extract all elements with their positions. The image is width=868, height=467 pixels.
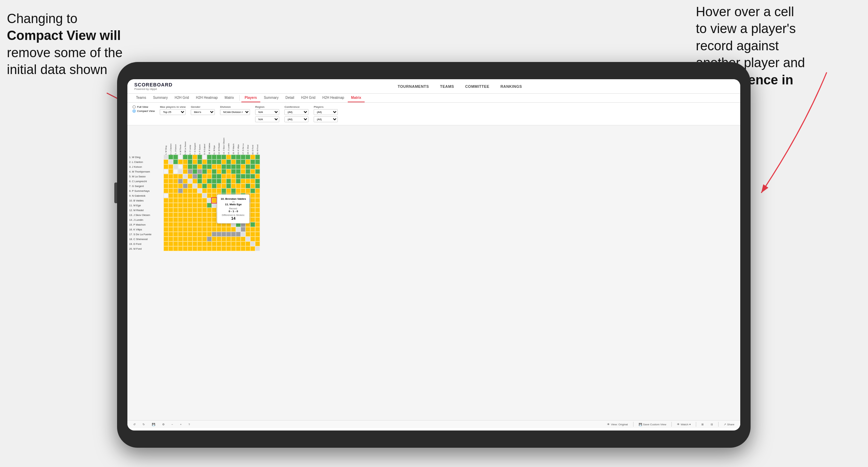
cell-17-4[interactable] (178, 232, 183, 237)
cell-13-2[interactable] (168, 212, 173, 217)
cell-20-5[interactable] (183, 246, 188, 251)
cell-19-12[interactable] (217, 241, 221, 246)
cell-7-15[interactable] (231, 184, 236, 188)
cell-3-8[interactable] (197, 164, 202, 169)
cell-17-13[interactable] (221, 232, 226, 237)
cell-18-14[interactable] (226, 237, 231, 241)
cell-2-18[interactable] (245, 159, 250, 164)
cell-1-7[interactable] (192, 155, 197, 159)
cell-19-4[interactable] (178, 241, 183, 246)
cell-19-3[interactable] (173, 241, 178, 246)
cell-17-2[interactable] (168, 232, 173, 237)
cell-16-17[interactable] (241, 227, 245, 232)
tab-players[interactable]: Players (241, 94, 261, 102)
cell-18-15[interactable] (231, 237, 236, 241)
cell-1-6[interactable] (188, 155, 192, 159)
cell-11-19[interactable] (250, 203, 255, 208)
cell-15-4[interactable] (178, 222, 183, 227)
division-select[interactable]: NCAA Division I (220, 109, 250, 115)
cell-5-20[interactable] (255, 174, 260, 179)
cell-2-13[interactable] (221, 159, 226, 164)
cell-5-2[interactable] (168, 174, 173, 179)
cell-13-9[interactable] (202, 212, 207, 217)
cell-15-7[interactable] (192, 222, 197, 227)
cell-7-5[interactable] (183, 184, 188, 188)
cell-4-14[interactable] (226, 169, 231, 174)
cell-3-5[interactable] (183, 164, 188, 169)
help-button[interactable]: ? (187, 422, 191, 427)
cell-5-8[interactable] (197, 174, 202, 179)
cell-18-9[interactable] (202, 237, 207, 241)
cell-14-19[interactable] (250, 217, 255, 222)
cell-13-20[interactable] (255, 212, 260, 217)
cell-12-4[interactable] (178, 208, 183, 212)
cell-14-9[interactable] (202, 217, 207, 222)
cell-2-11[interactable] (212, 159, 217, 164)
cell-5-9[interactable] (202, 174, 207, 179)
cell-6-14[interactable] (226, 179, 231, 184)
cell-8-6[interactable] (188, 188, 192, 193)
cell-6-7[interactable] (192, 179, 197, 184)
cell-4-2[interactable] (168, 169, 173, 174)
cell-18-3[interactable] (173, 237, 178, 241)
cell-5-11[interactable] (212, 174, 217, 179)
cell-4-19[interactable] (250, 169, 255, 174)
cell-11-20[interactable] (255, 203, 260, 208)
cell-8-10[interactable] (207, 188, 212, 193)
cell-3-19[interactable] (250, 164, 255, 169)
cell-1-5[interactable] (183, 155, 188, 159)
cell-6-5[interactable] (183, 179, 188, 184)
cell-8-2[interactable] (168, 188, 173, 193)
undo-button[interactable]: ↺ (132, 422, 137, 427)
gender-select[interactable]: Men's (191, 109, 215, 115)
cell-15-9[interactable] (202, 222, 207, 227)
cell-20-11[interactable] (212, 246, 217, 251)
cell-19-2[interactable] (168, 241, 173, 246)
cell-1-9[interactable] (202, 155, 207, 159)
cell-2-5[interactable] (183, 159, 188, 164)
cell-20-12[interactable] (217, 246, 221, 251)
layout-button[interactable]: ⊞ (700, 422, 705, 427)
cell-17-8[interactable] (197, 232, 202, 237)
cell-19-6[interactable] (188, 241, 192, 246)
cell-7-2[interactable] (168, 184, 173, 188)
cell-3-12[interactable] (217, 164, 221, 169)
cell-17-1[interactable] (164, 232, 168, 237)
nav-committee[interactable]: COMMITTEE (463, 83, 492, 90)
cell-16-10[interactable] (207, 227, 212, 232)
nav-rankings[interactable]: RANKINGS (498, 83, 524, 90)
cell-13-4[interactable] (178, 212, 183, 217)
cell-7-9[interactable] (202, 184, 207, 188)
cell-14-3[interactable] (173, 217, 178, 222)
cell-7-16[interactable] (236, 184, 241, 188)
cell-3-13[interactable] (221, 164, 226, 169)
cell-9-20[interactable] (255, 193, 260, 198)
cell-14-20[interactable] (255, 217, 260, 222)
cell-8-11[interactable] (212, 188, 217, 193)
cell-20-19[interactable] (250, 246, 255, 251)
cell-4-8[interactable] (197, 169, 202, 174)
cell-5-4[interactable] (178, 174, 183, 179)
cell-15-20[interactable] (255, 222, 260, 227)
cell-1-8[interactable] (197, 155, 202, 159)
cell-8-16[interactable] (236, 188, 241, 193)
cell-7-12[interactable] (217, 184, 221, 188)
cell-8-14[interactable] (226, 188, 231, 193)
cell-19-10[interactable] (207, 241, 212, 246)
cell-5-5[interactable] (183, 174, 188, 179)
cell-7-14[interactable] (226, 184, 231, 188)
cell-3-1[interactable] (164, 164, 168, 169)
compact-view-radio[interactable] (133, 110, 136, 113)
cell-2-2[interactable] (168, 159, 173, 164)
tab-teams[interactable]: Teams (133, 94, 149, 102)
cell-9-7[interactable] (192, 193, 197, 198)
cell-12-7[interactable] (192, 208, 197, 212)
cell-16-2[interactable] (168, 227, 173, 232)
cell-20-2[interactable] (168, 246, 173, 251)
cell-11-3[interactable] (173, 203, 178, 208)
conference-select-2[interactable]: (All) (284, 116, 308, 122)
cell-6-18[interactable] (245, 179, 250, 184)
cell-16-6[interactable] (188, 227, 192, 232)
cell-2-12[interactable] (217, 159, 221, 164)
cell-8-15[interactable] (231, 188, 236, 193)
